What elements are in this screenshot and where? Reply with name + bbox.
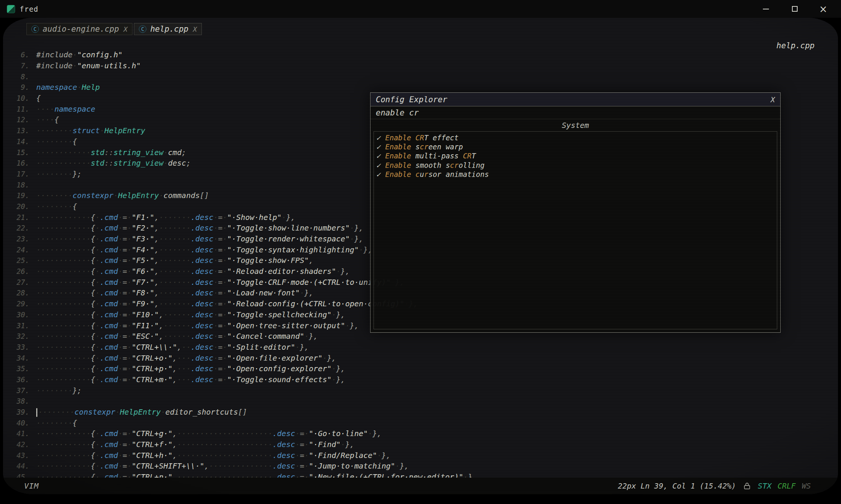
code-token: · xyxy=(95,343,100,352)
code-token: · xyxy=(127,267,132,276)
code-token: · xyxy=(341,440,345,449)
popup-close-button[interactable]: X xyxy=(771,95,775,104)
window-titlebar: fred xyxy=(0,0,841,18)
code-line[interactable]: 8. xyxy=(13,71,838,82)
code-token: ······· xyxy=(159,288,191,297)
code-line[interactable]: 35.············{·.cmd·=·"CTRL+p·",···.de… xyxy=(13,363,838,374)
code-token: · xyxy=(223,310,227,319)
code-token: .cmd xyxy=(100,429,118,438)
code-token: }; xyxy=(72,386,81,395)
code-token: ············ xyxy=(36,213,91,222)
code-line[interactable]: 37.········}; xyxy=(13,385,838,396)
close-button[interactable] xyxy=(818,3,829,15)
code-token: · xyxy=(332,364,336,373)
config-explorer-popup: Config Explorer X enable cr System ✓Enab… xyxy=(370,92,781,333)
line-number: 6. xyxy=(13,51,36,59)
config-entry[interactable]: ✓Enable smooth scrolling xyxy=(376,161,775,170)
config-entry[interactable]: ✓Enable multi-pass CRT xyxy=(376,151,775,160)
code-token: · xyxy=(118,343,123,352)
code-token: "·New·file·(+CTRL·for·new·editor)" xyxy=(309,472,463,478)
code-token: .desc xyxy=(191,267,213,276)
config-entry[interactable]: ✓Enable cursor animations xyxy=(376,170,775,179)
code-token: ······ xyxy=(163,321,191,330)
minimize-button[interactable] xyxy=(760,3,772,15)
code-token: ············ xyxy=(36,321,91,330)
code-token: = xyxy=(218,288,223,297)
code-token: , xyxy=(204,461,209,470)
code-token: · xyxy=(223,234,227,243)
code-token: "CTRL+h·" xyxy=(132,451,172,460)
cursor-position-info: 22px Ln 39, Col 1 (15.42%) xyxy=(618,481,736,490)
config-entry[interactable]: ✓Enable CRT effect xyxy=(376,133,775,142)
code-token: = xyxy=(218,375,223,384)
code-token: "·Show·help" xyxy=(227,213,282,222)
code-token: }, xyxy=(468,472,477,478)
code-token: · xyxy=(214,245,218,254)
entry-text xyxy=(411,170,415,178)
code-text: ············{·.cmd·=·"F11·",······.desc·… xyxy=(36,321,359,330)
code-line[interactable]: 44.············{·.cmd·=·"CTRL+SHIFT+\\·"… xyxy=(13,461,838,472)
code-token: · xyxy=(350,223,354,232)
config-search-input[interactable]: enable cr xyxy=(371,106,780,119)
code-line[interactable]: 40.········{ xyxy=(13,417,838,428)
code-token: · xyxy=(118,223,123,232)
code-token: ············ xyxy=(36,332,91,341)
code-token: "CTRL+o·" xyxy=(132,353,172,363)
app-icon xyxy=(7,5,15,13)
tab-close-icon[interactable]: X xyxy=(123,25,128,33)
checkbox-checked-icon[interactable]: ✓ xyxy=(376,143,385,151)
tab-audio-engine[interactable]: audio-engine.cpp X xyxy=(26,23,132,35)
code-token: .desc xyxy=(191,245,213,254)
code-token: .cmd xyxy=(100,256,118,265)
code-token: · xyxy=(295,472,300,478)
tab-bar: audio-engine.cpp X help.cpp X xyxy=(26,23,202,35)
status-flag-crlf[interactable]: CRLF xyxy=(778,481,796,490)
code-line[interactable]: 9.namespace·Help xyxy=(13,82,838,93)
match-highlight: Enable xyxy=(385,152,411,160)
status-flag-ws[interactable]: WS xyxy=(802,481,811,490)
code-token: ····················· xyxy=(177,429,272,438)
code-line[interactable]: 7.#include·"enum-utils.h" xyxy=(13,60,838,71)
code-line[interactable]: 42.············{·.cmd·=·"CTRL+f·",······… xyxy=(13,439,838,450)
checkbox-checked-icon[interactable]: ✓ xyxy=(376,161,385,169)
line-number: 22. xyxy=(13,224,36,232)
code-token: · xyxy=(118,461,123,470)
maximize-button[interactable] xyxy=(789,3,800,15)
code-token: · xyxy=(95,429,100,438)
tab-close-icon[interactable]: X xyxy=(193,25,197,33)
code-token: { xyxy=(91,256,95,265)
code-line[interactable]: 43.············{·.cmd·=·"CTRL+h·",······… xyxy=(13,450,838,461)
config-entry[interactable]: ✓Enable screen warp xyxy=(376,142,775,151)
code-token: , xyxy=(154,267,159,276)
code-token: · xyxy=(127,451,132,460)
code-token: = xyxy=(123,278,127,287)
code-token: ········ xyxy=(36,191,72,200)
code-token: .desc xyxy=(191,310,213,319)
code-token: , xyxy=(172,353,177,363)
config-search-query: enable cr xyxy=(376,108,419,117)
code-line[interactable]: 36.············{·.cmd·=·"CTRL+m·",···.de… xyxy=(13,374,838,385)
code-token: .cmd xyxy=(100,375,118,384)
code-token: · xyxy=(127,310,132,319)
code-token: = xyxy=(123,321,127,330)
code-line[interactable]: 6.#include·"config.h" xyxy=(13,49,838,60)
code-line[interactable]: 38. xyxy=(13,396,838,407)
checkbox-checked-icon[interactable]: ✓ xyxy=(376,170,385,178)
code-token: .desc xyxy=(191,223,213,232)
code-line[interactable]: 34.············{·.cmd·=·"CTRL+o·",···.de… xyxy=(13,352,838,363)
code-token: "CTRL+g·" xyxy=(132,429,172,438)
code-token: { xyxy=(91,288,95,297)
code-line[interactable]: 33.············{·.cmd·=·"CTRL+\\·",··.de… xyxy=(13,342,838,353)
code-line[interactable]: 41.············{·.cmd·=·"CTRL+g·",······… xyxy=(13,428,838,439)
checkbox-checked-icon[interactable]: ✓ xyxy=(376,152,385,160)
code-line[interactable]: 39.········constexpr·HelpEntry·editor_sh… xyxy=(13,407,838,418)
code-token: · xyxy=(114,191,118,200)
tab-help[interactable]: help.cpp X xyxy=(134,23,202,35)
checkbox-checked-icon[interactable]: ✓ xyxy=(376,134,385,142)
code-token: .desc xyxy=(272,440,295,449)
status-flag-stx[interactable]: STX xyxy=(758,481,772,490)
code-line[interactable]: 45.············{·.cmd·=·"CTRL+n·",······… xyxy=(13,472,838,478)
code-token: · xyxy=(95,440,100,449)
code-token: , xyxy=(154,288,159,297)
code-token: · xyxy=(336,267,341,276)
